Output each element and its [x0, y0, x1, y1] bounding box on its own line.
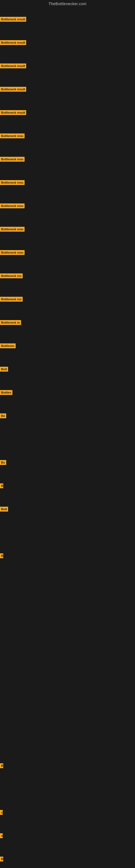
bottleneck-badge-14: Bottleneck re: [0, 320, 21, 325]
page-wrapper: TheBottlenecker.com Bottleneck resultBot…: [0, 0, 135, 868]
bottleneck-row-11: Bottleneck resu: [0, 250, 25, 255]
bottleneck-row-36: n: [0, 833, 3, 838]
bottleneck-badge-37: B: [0, 857, 3, 862]
bottleneck-badge-22: Bott: [0, 507, 8, 512]
bottleneck-badge-18: Bo: [0, 413, 6, 418]
bottleneck-badge-6: Bottleneck resu: [0, 133, 25, 138]
bottleneck-row-37: B: [0, 857, 3, 862]
bottleneck-row-2: Bottleneck result: [0, 40, 26, 45]
bottleneck-row-35: c: [0, 810, 3, 815]
bottleneck-badge-13: Bottleneck res: [0, 297, 23, 302]
bottleneck-row-1: Bottleneck result: [0, 17, 26, 22]
bottleneck-badge-1: Bottleneck result: [0, 17, 26, 22]
bottleneck-row-17: Bottlen: [0, 390, 12, 395]
bottleneck-badge-10: Bottleneck resu: [0, 227, 25, 231]
bottleneck-row-24: B: [0, 553, 3, 558]
bottleneck-row-14: Bottleneck re: [0, 320, 21, 325]
bottleneck-row-10: Bottleneck resu: [0, 227, 25, 231]
bottleneck-badge-5: Bottleneck result: [0, 110, 26, 115]
bottleneck-row-15: Bottlenec: [0, 343, 16, 348]
bottleneck-row-21: B: [0, 484, 3, 488]
bottleneck-badge-33: B: [0, 763, 3, 768]
bottleneck-badge-2: Bottleneck result: [0, 40, 26, 45]
bottleneck-row-8: Bottleneck resu: [0, 180, 25, 185]
bottleneck-row-33: B: [0, 763, 3, 768]
rows-container: Bottleneck resultBottleneck resultBottle…: [0, 7, 135, 868]
bottleneck-row-3: Bottleneck result: [0, 63, 26, 68]
bottleneck-row-7: Bottleneck resu: [0, 157, 25, 162]
bottleneck-badge-36: n: [0, 833, 3, 838]
bottleneck-badge-3: Bottleneck result: [0, 63, 26, 68]
bottleneck-badge-20: Bo: [0, 460, 6, 465]
bottleneck-badge-16: Bott: [0, 367, 8, 372]
bottleneck-badge-9: Bottleneck resu: [0, 204, 25, 208]
bottleneck-badge-17: Bottlen: [0, 390, 12, 395]
bottleneck-row-13: Bottleneck res: [0, 297, 23, 302]
bottleneck-badge-24: B: [0, 553, 3, 558]
bottleneck-row-20: Bo: [0, 460, 6, 465]
bottleneck-row-5: Bottleneck result: [0, 110, 26, 115]
bottleneck-badge-11: Bottleneck resu: [0, 250, 25, 255]
bottleneck-badge-21: B: [0, 484, 3, 488]
bottleneck-badge-35: c: [0, 810, 3, 815]
bottleneck-badge-8: Bottleneck resu: [0, 180, 25, 185]
bottleneck-row-22: Bott: [0, 507, 8, 512]
bottleneck-badge-15: Bottlenec: [0, 343, 16, 348]
bottleneck-row-9: Bottleneck resu: [0, 204, 25, 208]
bottleneck-row-4: Bottleneck result: [0, 87, 26, 92]
site-title: TheBottlenecker.com: [0, 0, 135, 7]
bottleneck-row-16: Bott: [0, 367, 8, 372]
bottleneck-row-6: Bottleneck resu: [0, 133, 25, 138]
bottleneck-badge-12: Bottleneck res: [0, 273, 23, 278]
bottleneck-row-12: Bottleneck res: [0, 273, 23, 278]
bottleneck-row-18: Bo: [0, 413, 6, 418]
bottleneck-badge-7: Bottleneck resu: [0, 157, 25, 162]
bottleneck-badge-4: Bottleneck result: [0, 87, 26, 92]
